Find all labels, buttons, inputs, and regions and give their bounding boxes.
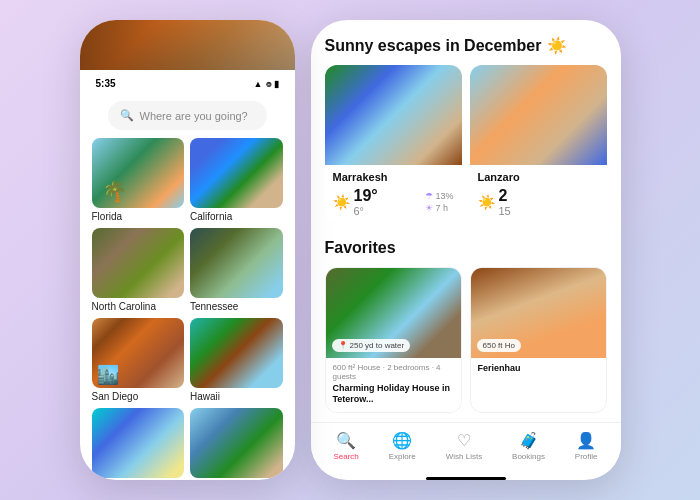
sun-icon-marrakesh: ☀️	[333, 194, 350, 210]
michigan-image	[190, 408, 283, 478]
weather-cards: Marrakesh ☀️ 19° 6° ☂ 13%	[325, 65, 607, 223]
ferienhau-image: 650 ft Ho	[471, 268, 606, 358]
teterow-image: 📍 250 yd to water	[326, 268, 461, 358]
favorites-title: Favorites	[325, 239, 607, 257]
ferienhau-distance-text: 650 ft Ho	[483, 341, 515, 350]
teterow-guests: 600 ft² House · 2 bedrooms · 4 guests	[333, 363, 454, 381]
destination-california[interactable]: California	[190, 138, 283, 222]
ferienhau-info: Ferienhau	[471, 358, 606, 381]
distance-icon: 📍	[338, 341, 348, 350]
explore-nav-label: Explore	[389, 452, 416, 461]
destination-north-carolina[interactable]: North Carolina	[92, 228, 185, 312]
destination-miami[interactable]: Miami Beach	[92, 408, 185, 480]
teterow-name: Charming Holiday House in Teterow...	[333, 383, 454, 405]
bottom-nav: 🔍 Search 🌐 Explore ♡ Wish Lists 🧳 Bookin…	[311, 422, 621, 473]
marrakesh-info: Marrakesh ☀️ 19° 6° ☂ 13%	[325, 165, 462, 223]
search-icon: 🔍	[120, 109, 134, 122]
nav-explore[interactable]: 🌐 Explore	[389, 431, 416, 461]
marrakesh-weather-details: ☂ 13% ☀ 7 h	[425, 191, 453, 213]
home-indicator	[426, 477, 506, 480]
miami-image	[92, 408, 185, 478]
left-phone: 5:35 ▲ ⌾ ▮ 🔍 Where are you going? Florid…	[80, 20, 295, 480]
marrakesh-city: Marrakesh	[333, 171, 454, 183]
marrakesh-temp-high: 19°	[354, 187, 378, 205]
lanzarote-info: Lanzaro ☀️ 2 15	[470, 165, 607, 223]
search-placeholder: Where are you going?	[140, 110, 248, 122]
teterow-distance-text: 250 yd to water	[350, 341, 405, 350]
sun-emoji: ☀️	[547, 36, 567, 55]
nav-wishlists[interactable]: ♡ Wish Lists	[446, 431, 482, 461]
san-diego-label: San Diego	[92, 391, 185, 402]
rain-detail: ☂ 13%	[425, 191, 453, 201]
hero-image	[80, 20, 295, 70]
north-carolina-image	[92, 228, 185, 298]
sunny-title-text: Sunny escapes in December	[325, 37, 542, 55]
lanzarote-temps: ☀️ 2 15	[478, 187, 599, 217]
destinations-grid: Florida California North Carolina Tennes…	[80, 138, 295, 480]
fav-card-teterow[interactable]: 📍 250 yd to water 600 ft² House · 2 bedr…	[325, 267, 462, 413]
california-image	[190, 138, 283, 208]
profile-nav-label: Profile	[575, 452, 598, 461]
destination-san-diego[interactable]: San Diego	[92, 318, 185, 402]
fav-card-ferienhau[interactable]: 650 ft Ho Ferienhau	[470, 267, 607, 413]
profile-nav-icon: 👤	[576, 431, 596, 450]
weather-card-marrakesh[interactable]: Marrakesh ☀️ 19° 6° ☂ 13%	[325, 65, 462, 223]
california-label: California	[190, 211, 283, 222]
sun-icon-lanzarote: ☀️	[478, 194, 495, 210]
lanzarote-temp-values: 2 15	[499, 187, 511, 217]
sun-hours-icon: ☀	[425, 203, 433, 213]
weather-card-lanzarote[interactable]: Lanzaro ☀️ 2 15	[470, 65, 607, 223]
sun-hours-value: 7 h	[435, 203, 448, 213]
san-diego-image	[92, 318, 185, 388]
north-carolina-label: North Carolina	[92, 301, 185, 312]
rain-value: 13%	[435, 191, 453, 201]
tennessee-label: Tennessee	[190, 301, 283, 312]
lanzarote-image	[470, 65, 607, 165]
right-panel: Sunny escapes in December ☀️ Marrakesh ☀…	[311, 20, 621, 480]
destination-florida[interactable]: Florida	[92, 138, 185, 222]
nav-bookings[interactable]: 🧳 Bookings	[512, 431, 545, 461]
status-bar: 5:35 ▲ ⌾ ▮	[96, 78, 279, 89]
wishlists-nav-icon: ♡	[457, 431, 471, 450]
wishlists-nav-label: Wish Lists	[446, 452, 482, 461]
hawaii-image	[190, 318, 283, 388]
ferienhau-distance: 650 ft Ho	[477, 339, 521, 352]
nav-profile[interactable]: 👤 Profile	[575, 431, 598, 461]
ferienhau-name: Ferienhau	[478, 363, 599, 374]
right-content: Sunny escapes in December ☀️ Marrakesh ☀…	[311, 20, 621, 422]
florida-image	[92, 138, 185, 208]
lanzarote-temp-high: 2	[499, 187, 511, 205]
status-icons: ▲ ⌾ ▮	[254, 79, 279, 89]
sunny-section-title: Sunny escapes in December ☀️	[325, 36, 607, 55]
search-nav-icon: 🔍	[336, 431, 356, 450]
teterow-info: 600 ft² House · 2 bedrooms · 4 guests Ch…	[326, 358, 461, 412]
temp-values: 19° 6°	[354, 187, 378, 217]
favorites-cards: 📍 250 yd to water 600 ft² House · 2 bedr…	[325, 267, 607, 413]
search-bar[interactable]: 🔍 Where are you going?	[108, 101, 267, 130]
marrakesh-temp-low: 6°	[354, 205, 378, 217]
rain-icon: ☂	[425, 191, 433, 201]
time-display: 5:35	[96, 78, 116, 89]
teterow-distance: 📍 250 yd to water	[332, 339, 411, 352]
explore-nav-icon: 🌐	[392, 431, 412, 450]
lanzarote-city: Lanzaro	[478, 171, 599, 183]
signal-icon: ▲	[254, 79, 263, 89]
destination-hawaii[interactable]: Hawaii	[190, 318, 283, 402]
phone-header: 5:35 ▲ ⌾ ▮ 🔍 Where are you going?	[80, 70, 295, 138]
destination-tennessee[interactable]: Tennessee	[190, 228, 283, 312]
marrakesh-temps: ☀️ 19° 6° ☂ 13% ☀ 7 h	[333, 187, 454, 217]
marrakesh-image	[325, 65, 462, 165]
tennessee-image	[190, 228, 283, 298]
florida-label: Florida	[92, 211, 185, 222]
search-nav-label: Search	[333, 452, 358, 461]
lanzarote-temp-low: 15	[499, 205, 511, 217]
hawaii-label: Hawaii	[190, 391, 283, 402]
bookings-nav-label: Bookings	[512, 452, 545, 461]
nav-search[interactable]: 🔍 Search	[333, 431, 358, 461]
wifi-icon: ⌾	[266, 79, 271, 89]
battery-icon: ▮	[274, 79, 279, 89]
bookings-nav-icon: 🧳	[519, 431, 539, 450]
sun-hours-detail: ☀ 7 h	[425, 203, 453, 213]
destination-michigan[interactable]: Michigan	[190, 408, 283, 480]
favorites-section: Favorites 📍 250 yd to water 600 ft² Hous…	[325, 239, 607, 413]
